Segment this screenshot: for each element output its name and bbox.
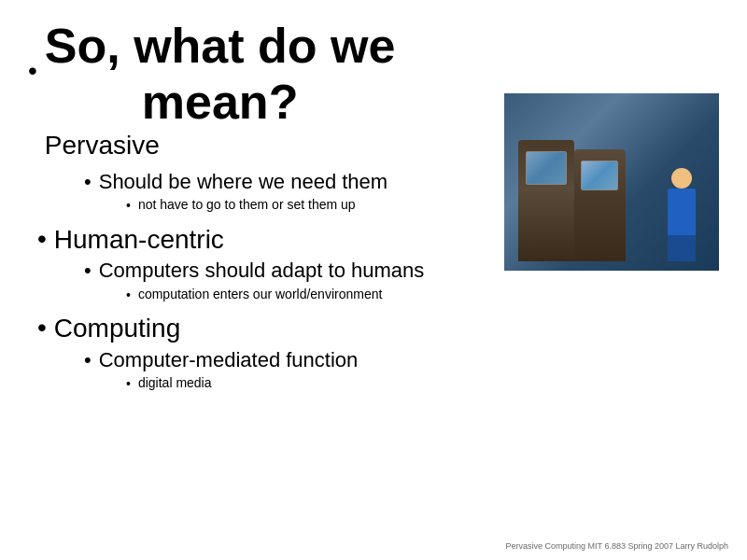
computers-adapt-label: Computers should adapt to humans <box>99 259 425 283</box>
slide: • So, what do we mean? Pervasive <box>0 0 747 560</box>
bullet-computer-mediated: • Computer-mediated function <box>37 348 719 372</box>
computer-mediated-label: Computer-mediated function <box>99 348 359 372</box>
not-have-label: not have to go to them or set them up <box>138 196 356 215</box>
human-centric-label: Human-centric <box>54 224 224 256</box>
computing-label: Computing <box>54 313 180 344</box>
arcade-image <box>504 93 719 271</box>
bullet-computing: • Computing <box>37 313 719 344</box>
should-be-label: Should be where we need them <box>99 170 388 194</box>
bullet-digital-media: • digital media <box>37 374 719 393</box>
computation-label: computation enters our world/environment <box>138 286 382 304</box>
slide-title: So, what do we mean? <box>45 19 415 131</box>
bullet-computation: • computation enters our world/environme… <box>37 286 719 304</box>
digital-media-label: digital media <box>138 374 212 393</box>
pervasive-label: Pervasive <box>45 131 415 161</box>
slide-footer: Pervasive Computing MIT 6.883 Spring 200… <box>506 541 728 551</box>
